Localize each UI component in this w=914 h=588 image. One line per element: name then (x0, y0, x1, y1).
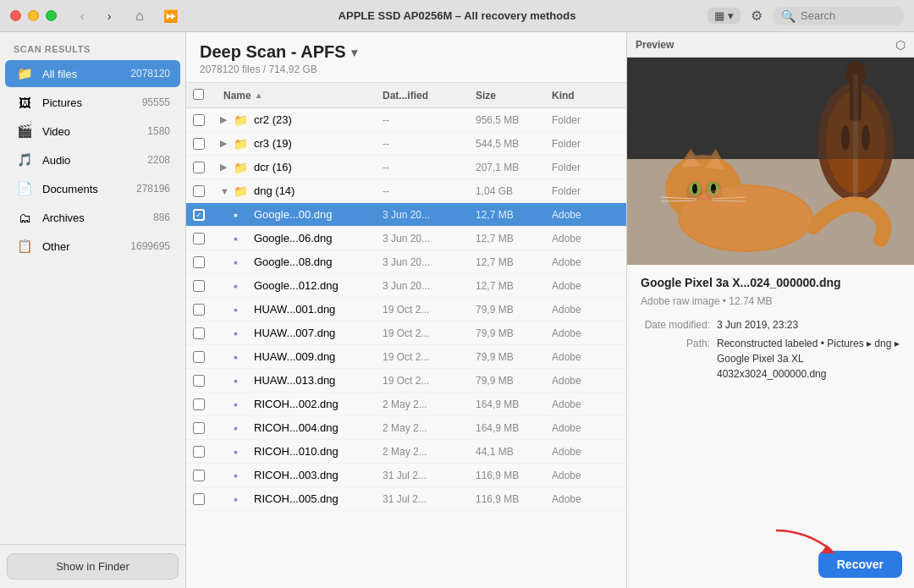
file-rows: ▶ 📁 cr2 (23) -- 956,5 MB Folder ▶ 📁 cr3 … (186, 108, 626, 588)
folder-icon: 📁 (234, 161, 251, 174)
sidebar-name-all-files: All files (42, 68, 122, 80)
table-row[interactable]: ▶ ▪ RICOH...003.dng 31 Jul 2... 116,9 MB… (186, 464, 626, 487)
spacer: ▶ (220, 233, 234, 244)
file-kind: Adobe (552, 351, 619, 363)
close-button[interactable] (10, 10, 21, 21)
back-button[interactable]: ‹ (70, 7, 94, 25)
file-date: -- (383, 185, 476, 197)
search-box[interactable]: 🔍 (773, 7, 904, 25)
row-checkbox-6[interactable] (193, 233, 220, 245)
file-date: 19 Oct 2... (383, 327, 476, 339)
row-checkbox-7[interactable] (193, 256, 220, 268)
row-checkbox-16[interactable] (193, 470, 220, 481)
file-date: 19 Oct 2... (383, 375, 476, 387)
sidebar-bottom: Show in Finder (0, 544, 185, 588)
show-finder-button[interactable]: Show in Finder (7, 553, 179, 580)
row-checkbox-14[interactable] (193, 422, 220, 434)
view-switcher[interactable]: ▦ ▾ (708, 8, 741, 24)
file-name: cr2 (23) (254, 113, 383, 126)
row-checkbox-12[interactable] (193, 375, 220, 387)
table-row[interactable]: ▶ ▪ RICOH...010.dng 2 May 2... 44,1 MB A… (186, 440, 626, 464)
file-kind: Adobe (552, 398, 619, 410)
sidebar-name-audio: Audio (42, 154, 139, 167)
row-checkbox-9[interactable] (193, 304, 220, 316)
table-row[interactable]: ▶ ▪ RICOH...002.dng 2 May 2... 164,9 MB … (186, 393, 626, 416)
history-button[interactable]: ⏩ (158, 7, 182, 25)
sidebar-item-all-files[interactable]: 📁 All files 2078120 (5, 60, 180, 87)
sidebar-item-other[interactable]: 📋 Other 1699695 (5, 233, 180, 260)
table-row[interactable]: ▶ 📁 dcr (16) -- 207,1 MB Folder (186, 156, 626, 179)
file-date: 2 May 2... (383, 398, 476, 410)
dng-file-icon: ▪ (234, 398, 251, 411)
file-name: RICOH...010.dng (254, 445, 383, 458)
row-checkbox-11[interactable] (193, 351, 220, 363)
row-checkbox-2[interactable] (193, 138, 220, 150)
search-input[interactable] (801, 9, 894, 22)
file-name: HUAW...009.dng (254, 350, 383, 363)
traffic-lights (10, 10, 57, 21)
sidebar-item-documents[interactable]: 📄 Documents 278196 (5, 175, 180, 202)
row-checkbox-8[interactable] (193, 280, 220, 292)
preview-expand-button[interactable]: ⬡ (895, 38, 906, 52)
spacer: ▶ (220, 446, 234, 457)
table-row[interactable]: ▶ ▪ Google...06.dng 3 Jun 20... 12,7 MB … (186, 227, 626, 250)
sidebar-item-video[interactable]: 🎬 Video 1580 (5, 118, 180, 145)
file-name: RICOH...002.dng (254, 398, 383, 410)
col-header-size[interactable]: Size (476, 90, 552, 102)
table-row[interactable]: ▶ ▪ Google...012.dng 3 Jun 20... 12,7 MB… (186, 274, 626, 298)
file-kind: Folder (552, 162, 619, 173)
expand-arrow-icon[interactable]: ▶ (220, 162, 234, 173)
maximize-button[interactable] (46, 10, 57, 21)
sidebar-count-video: 1580 (147, 125, 170, 137)
col-header-kind[interactable]: Kind (552, 90, 619, 102)
dng-file-icon: ▪ (234, 327, 251, 340)
forward-button[interactable]: › (97, 7, 121, 25)
table-row[interactable]: ▶ ▪ Google...08.dng 3 Jun 20... 12,7 MB … (186, 250, 626, 274)
table-row[interactable]: ▶ 📁 cr3 (19) -- 544,5 MB Folder (186, 132, 626, 156)
row-checkbox-17[interactable] (193, 493, 220, 505)
table-row[interactable]: ▶ 📁 cr2 (23) -- 956,5 MB Folder (186, 108, 626, 132)
table-row[interactable]: ▶ ▪ HUAW...013.dng 19 Oct 2... 79,9 MB A… (186, 369, 626, 393)
preview-label: Preview (636, 39, 674, 51)
svg-marker-30 (821, 545, 835, 553)
sidebar-name-documents: Documents (42, 183, 128, 195)
row-checkbox-4[interactable] (193, 185, 220, 197)
expand-arrow-icon[interactable]: ▶ (220, 138, 234, 149)
col-header-date[interactable]: Dat...ified (383, 90, 476, 102)
file-size: 116,9 MB (476, 470, 552, 481)
sidebar-item-pictures[interactable]: 🖼 Pictures 95555 (5, 89, 180, 116)
table-row[interactable]: ▶ ▪ RICOH...004.dng 2 May 2... 164,9 MB … (186, 416, 626, 440)
table-row[interactable]: ✓ ▶ ▪ Google...00.dng 3 Jun 20... 12,7 M… (186, 203, 626, 227)
select-all-checkbox[interactable] (193, 89, 204, 100)
table-row[interactable]: ▶ ▪ HUAW...001.dng 19 Oct 2... 79,9 MB A… (186, 298, 626, 321)
row-checkbox-10[interactable] (193, 327, 220, 339)
file-date: 3 Jun 20... (383, 280, 476, 292)
sidebar-count-pictures: 95555 (142, 96, 170, 108)
row-checkbox-15[interactable] (193, 446, 220, 458)
row-checkbox-3[interactable] (193, 162, 220, 173)
table-row[interactable]: ▶ ▪ HUAW...007.dng 19 Oct 2... 79,9 MB A… (186, 321, 626, 345)
table-row[interactable]: ▶ ▪ HUAW...009.dng 19 Oct 2... 79,9 MB A… (186, 345, 626, 369)
preview-detail-date: Date modified: 3 Jun 2019, 23:23 (641, 317, 900, 332)
preview-meta: Adobe raw image • 12.74 MB (641, 295, 900, 307)
file-kind: Adobe (552, 422, 619, 434)
sidebar-item-audio[interactable]: 🎵 Audio 2208 (5, 146, 180, 173)
scan-title[interactable]: Deep Scan - APFS ▾ (200, 42, 613, 62)
dng-file-icon: ▪ (234, 232, 251, 245)
row-checkbox-13[interactable] (193, 398, 220, 410)
table-row[interactable]: ▼ 📁 dng (14) -- 1,04 GB Folder (186, 179, 626, 203)
sidebar-item-archives[interactable]: 🗂 Archives 886 (5, 204, 180, 231)
minimize-button[interactable] (28, 10, 39, 21)
expand-arrow-icon[interactable]: ▶ (220, 114, 234, 125)
file-name: HUAW...007.dng (254, 327, 383, 339)
row-checkbox-5[interactable]: ✓ (193, 209, 220, 221)
filter-button[interactable]: ⚙ (751, 8, 763, 24)
expand-arrow-icon[interactable]: ▼ (220, 186, 234, 196)
sort-arrow-icon: ▲ (255, 91, 263, 100)
home-button[interactable]: ⌂ (128, 7, 151, 25)
col-header-name[interactable]: Name ▲ (220, 90, 383, 102)
file-kind: Adobe (552, 470, 619, 481)
spacer: ▶ (220, 375, 234, 386)
table-row[interactable]: ▶ ▪ RICOH...005.dng 31 Jul 2... 116,9 MB… (186, 487, 626, 511)
row-checkbox-1[interactable] (193, 114, 220, 126)
